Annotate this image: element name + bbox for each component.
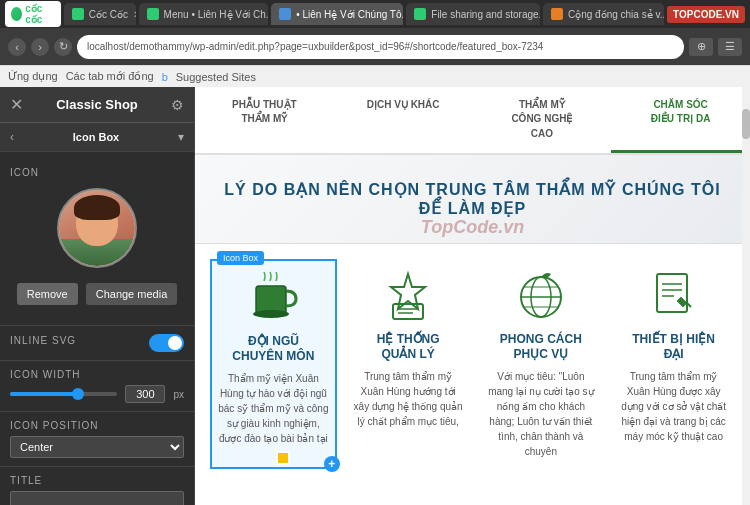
nav-tabs: PHẪU THUẬTTHẨM MỸ DỊCH VỤ KHÁC THẨM MỸCÔ… [195,87,750,155]
icon-phong-cach [513,269,568,324]
suggested-toolbar-item[interactable]: Suggested Sites [176,71,256,83]
icon-desc-2: Trung tâm thẩm mỹ Xuân Hùng hướng tới xâ… [352,369,465,429]
sidebar-title: Classic Shop [56,97,138,112]
tab-favicon-3 [279,8,291,20]
back-button[interactable]: ‹ [8,38,26,56]
tab-label-4: File sharing and storage... [431,9,540,20]
tab-label-dich-vu: DỊCH VỤ KHÁC [367,99,440,110]
browser-tabs: cốc cốc Cốc Cốc ✕ Menu • Liên Hệ Với Ch.… [0,0,750,28]
inline-svg-row: INLINE SVG [10,334,184,352]
apps-toolbar-item[interactable]: Ứng dụng [8,70,58,83]
icon-preview-area: ICON Remove Change media [0,152,194,326]
icon-title-1: ĐỘI NGŨCHUYÊN MÔN [217,334,330,365]
icon-width-unit: px [173,389,184,400]
sidebar-section[interactable]: ‹ Icon Box ▾ [0,123,194,152]
section-title: Icon Box [73,131,119,143]
avatar [57,188,137,268]
address-bar[interactable]: localhost/demothammy/wp-admin/edit.php?p… [77,35,684,59]
icon-width-label: ICON WIDTH [10,369,184,380]
tab-favicon-5 [551,8,563,20]
tab-phau-thuat[interactable]: PHẪU THUẬTTHẨM MỸ [195,87,334,153]
title-input[interactable] [10,491,184,505]
tab-label-2: Menu • Liên Hệ Với Ch... [164,9,269,20]
icon-title-2: HỆ THỐNGQUẢN LÝ [352,332,465,363]
browser-tab-4[interactable]: File sharing and storage... ✕ [406,3,540,25]
topcode-logo-area: TOPCODE.VN [667,6,745,23]
remove-button[interactable]: Remove [17,283,78,305]
tab-cham-soc[interactable]: CHĂM SÓCĐIỀU TRỊ DA [611,87,750,153]
icon-width-value[interactable]: 300 [125,385,165,403]
scrollbar[interactable] [742,87,750,505]
forward-button[interactable]: › [31,38,49,56]
icon-field-label: ICON [10,167,39,178]
title-field: TITLE [0,467,194,505]
tab-label-tham-my: THẨM MỸCÔNG NGHỆCAO [511,99,572,139]
browser-chrome: cốc cốc Cốc Cốc ✕ Menu • Liên Hệ Với Ch.… [0,0,750,87]
tab-label-phau-thuat: PHẪU THUẬTTHẨM MỸ [232,99,297,124]
icon-box-3[interactable]: PHONG CÁCHPHỤC VỤ Với mục tiêu: "Luôn ma… [480,259,603,469]
chevron-left-icon[interactable]: ‹ [10,130,14,144]
tab-label-1: Cốc Cốc [89,9,128,20]
icon-position-label: ICON POSITION [10,420,184,431]
tab-label-5: Cộng đồng chia sẻ v... [568,9,664,20]
icon-boxes-section: Icon Box [195,244,750,484]
slider-thumb[interactable] [72,388,84,400]
tab-favicon-4 [414,8,426,20]
topcode-logo: TOPCODE.VN [667,6,745,23]
icon-width-field: ICON WIDTH 300 px [0,361,194,412]
content-area: PHẪU THUẬTTHẨM MỸ DỊCH VỤ KHÁC THẨM MỸCÔ… [195,87,750,505]
reload-button[interactable]: ↻ [54,38,72,56]
browser-tab-5[interactable]: Cộng đồng chia sẻ v... ✕ [543,3,664,25]
icon-position-field: ICON POSITION Center Left Right [0,412,194,467]
browser-logo: cốc cốc [5,1,61,27]
globe-icon [516,269,566,324]
coccoc-label: cốc cốc [25,3,55,25]
tab-favicon-2 [147,8,159,20]
slider-fill [10,392,74,396]
icon-he-thong [381,269,436,324]
tab-close-1[interactable]: ✕ [133,9,136,20]
tabs-toolbar-item[interactable]: Các tab mới đồng [66,70,154,83]
icon-box-4[interactable]: THIẾT BỊ HIỆNĐẠI Trung tâm thẩm mỹ Xuân … [612,259,735,469]
icon-position-select[interactable]: Center Left Right [10,436,184,458]
inline-svg-toggle[interactable] [149,334,184,352]
yellow-dot [276,451,290,465]
tab-label-3: • Liên Hệ Với Chúng Tô... [296,9,403,20]
browser-toolbar: Ứng dụng Các tab mới đồng b Suggested Si… [0,65,750,87]
extensions-button[interactable]: ⊕ [689,38,713,56]
inline-svg-label: INLINE SVG [10,335,76,346]
icon-box-2[interactable]: HỆ THỐNGQUẢN LÝ Trung tâm thẩm mỹ Xuân H… [347,259,470,469]
menu-button[interactable]: ☰ [718,38,742,56]
banner-section: LÝ DO BẠN NÊN CHỌN TRUNG TÂM THẨM MỸ CHÚ… [195,155,750,244]
browser-tab-2[interactable]: Menu • Liên Hệ Với Ch... ✕ [139,3,269,25]
svg-point-1 [253,310,289,318]
icon-title-4: THIẾT BỊ HIỆNĐẠI [617,332,730,363]
icon-width-slider[interactable] [10,392,117,396]
browser-tab-1[interactable]: Cốc Cốc ✕ [64,3,136,25]
sidebar-close-icon[interactable]: ✕ [10,95,23,114]
banner-title: LÝ DO BẠN NÊN CHỌN TRUNG TÂM THẨM MỸ CHÚ… [215,180,730,218]
icon-width-slider-row: 300 px [10,385,184,403]
tab-tham-my[interactable]: THẨM MỸCÔNG NGHỆCAO [473,87,612,153]
inline-svg-field: INLINE SVG [0,326,194,361]
gear-icon[interactable]: ⚙ [171,97,184,113]
svg-rect-3 [393,304,423,319]
scrollbar-thumb[interactable] [742,109,750,139]
sidebar-header: ✕ Classic Shop ⚙ [0,87,194,123]
tab-dich-vu[interactable]: DỊCH VỤ KHÁC [334,87,473,153]
icon-desc-1: Thẩm mỹ viện Xuân Hùng tự hào với đội ng… [217,371,330,446]
coffee-cup-icon [248,271,298,326]
sidebar: ✕ Classic Shop ⚙ ‹ Icon Box ▾ ICON [0,87,195,505]
icon-box-badge-1: Icon Box [217,251,264,265]
chevron-down-icon[interactable]: ▾ [178,130,184,144]
icon-box-1[interactable]: Icon Box [210,259,337,469]
coccoc-icon [11,7,22,21]
tab-favicon-1 [72,8,84,20]
change-media-button[interactable]: Change media [86,283,178,305]
icon-thiet-bi [646,269,701,324]
address-text: localhost/demothammy/wp-admin/edit.php?p… [87,41,543,52]
title-label: TITLE [10,475,184,486]
browser-tab-3[interactable]: • Liên Hệ Với Chúng Tô... ✕ [271,3,403,25]
icon-title-3: PHONG CÁCHPHỤC VỤ [485,332,598,363]
b-toolbar-icon[interactable]: b [162,71,168,83]
